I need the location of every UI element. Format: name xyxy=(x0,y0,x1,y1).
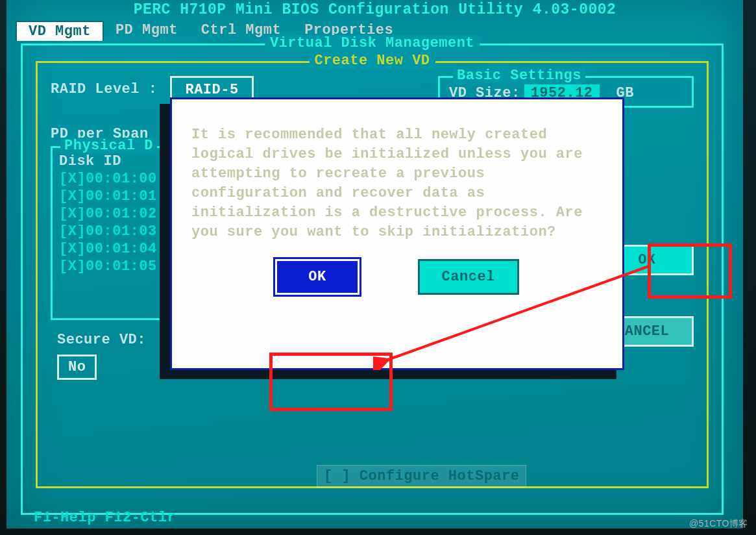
bios-screen: PERC H710P Mini BIOS Configuration Utili… xyxy=(6,0,743,529)
confirm-modal: It is recommended that all newly created… xyxy=(170,97,624,370)
watermark: @51CTO博客 xyxy=(689,518,748,530)
physical-disks-label: Physical D xyxy=(60,138,157,154)
tab-vd-mgmt[interactable]: VD Mgmt xyxy=(16,21,104,41)
create-vd-label: Create New VD xyxy=(309,53,435,69)
help-bar: F1-Help F12-Ctlr xyxy=(34,510,176,526)
app-title: PERC H710P Mini BIOS Configuration Utili… xyxy=(6,0,743,21)
tab-pd-mgmt[interactable]: PD Mgmt xyxy=(104,21,189,41)
modal-cancel-button[interactable]: Cancel xyxy=(418,259,519,295)
basic-settings-label: Basic Settings xyxy=(453,68,585,84)
configure-hotspare-checkbox[interactable]: [ ] Configure HotSpare xyxy=(317,465,526,488)
modal-ok-button[interactable]: OK xyxy=(275,259,359,295)
vdm-panel-label: Virtual Disk Management xyxy=(265,35,480,51)
raid-level-label: RAID Level : xyxy=(51,81,157,97)
secure-vd-value[interactable]: No xyxy=(57,355,97,380)
modal-message: It is recommended that all newly created… xyxy=(191,125,603,242)
